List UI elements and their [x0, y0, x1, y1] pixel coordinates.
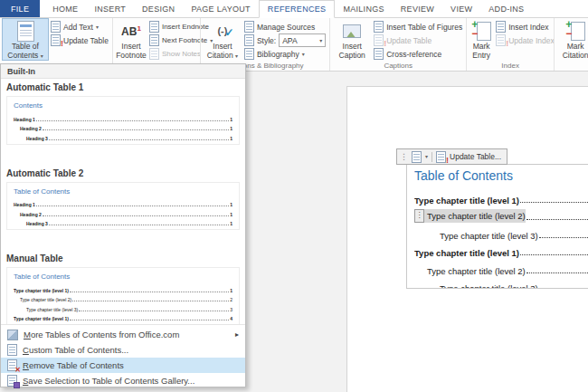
insert-index-button[interactable]: Insert Index	[494, 20, 556, 33]
insert-citation-icon: (-)	[217, 21, 227, 42]
menu-item-label: Save Selection to Table of Contents Gall…	[23, 376, 194, 386]
tab-insert[interactable]: INSERT	[86, 0, 134, 17]
tab-design[interactable]: DESIGN	[134, 0, 183, 17]
toc-row-text: Type chapter title (level 3)	[440, 283, 538, 289]
table-of-contents-icon	[17, 21, 34, 42]
menu-item-save-selection[interactable]: Save Selection to Table of Contents Gall…	[1, 373, 245, 388]
dot-leader	[526, 219, 588, 220]
insert-caption-button[interactable]: Insert Caption	[332, 18, 372, 61]
update-table-button[interactable]: Update Table	[49, 33, 110, 47]
toc-row-level3[interactable]: Type chapter title (level 3)	[414, 223, 588, 241]
tab-review[interactable]: REVIEW	[393, 0, 442, 17]
document-page[interactable]: ⋮ ▾ Update Table... Table of Contents Ty…	[346, 86, 588, 392]
group-label-captions: Captions	[330, 62, 466, 70]
cross-reference-button[interactable]: Cross-reference	[372, 47, 464, 61]
toc-row-level2-selected[interactable]: ⋮ Type chapter title (level 2)	[414, 206, 588, 224]
bibliography-button[interactable]: Bibliography ▾	[242, 47, 327, 61]
remove-toc-icon	[7, 359, 17, 371]
insert-endnote-icon	[149, 21, 159, 33]
menu-item-label: More Tables of Contents from Office.com	[24, 330, 179, 339]
mark-citation-icon	[565, 21, 585, 42]
tab-page-layout[interactable]: PAGE LAYOUT	[183, 0, 258, 17]
preview-heading: Table of Contents	[14, 272, 232, 282]
divider	[432, 152, 432, 162]
show-notes-icon	[149, 48, 159, 60]
toc-row-level1[interactable]: Type chapter title (level 1)	[414, 187, 588, 206]
content-control-doc-icon[interactable]	[412, 151, 422, 163]
mark-citation-button[interactable]: Mark Citation	[556, 18, 588, 61]
gallery-item-manual-table[interactable]: Table of Contents Type chapter title (le…	[6, 267, 240, 324]
tab-mailings[interactable]: MAILINGS	[335, 0, 392, 17]
tab-add-ins[interactable]: ADD-INS	[480, 0, 532, 17]
insert-table-of-figures-icon	[374, 21, 384, 33]
insert-citation-button[interactable]: (-) Insert Citation ▾	[203, 18, 242, 61]
toc-title[interactable]: Table of Contents	[414, 168, 588, 183]
insert-endnote-button[interactable]: Insert Endnote	[147, 20, 200, 33]
save-gallery-icon	[7, 375, 17, 387]
show-notes-button[interactable]: Show Notes	[147, 47, 200, 61]
update-index-icon	[496, 34, 506, 46]
mark-entry-label: Mark Entry	[471, 42, 491, 60]
mark-entry-button[interactable]: Mark Entry	[469, 18, 494, 61]
menu-item-custom-toc[interactable]: Custom Table of Contents...	[1, 342, 245, 358]
drag-dots-icon[interactable]: ⋮	[400, 153, 408, 161]
style-label: Style:	[257, 36, 276, 45]
manage-sources-label: Manage Sources	[257, 23, 315, 32]
toc-row-level3[interactable]: Type chapter title (level 3)	[414, 276, 588, 290]
show-notes-label: Show Notes	[162, 50, 201, 58]
update-table-captions-button[interactable]: Update Table	[372, 33, 464, 47]
insert-index-label: Insert Index	[508, 23, 548, 32]
dot-leader	[520, 254, 588, 255]
tab-view[interactable]: VIEW	[442, 0, 480, 17]
insert-caption-icon	[343, 21, 361, 42]
chevron-down-icon: ▾	[302, 52, 305, 57]
preview-heading: Table of Contents	[14, 187, 232, 196]
content-control-header: ⋮ ▾ Update Table...	[396, 148, 507, 165]
bibliography-label: Bibliography	[257, 50, 299, 59]
update-table-doc-icon	[436, 151, 446, 163]
style-icon	[244, 34, 254, 46]
update-table-icon	[51, 34, 61, 46]
toc-row-text: Type chapter title (level 3)	[440, 231, 538, 241]
toc-row-level2[interactable]: Type chapter title (level 2)	[414, 258, 588, 276]
insert-index-icon	[496, 21, 506, 33]
builtin-header: Built-In	[1, 64, 245, 79]
next-footnote-icon	[149, 34, 159, 46]
chevron-down-icon: ▾	[41, 53, 43, 59]
update-table-document-button[interactable]: Update Table...	[450, 152, 501, 161]
menu-item-more-tables[interactable]: More Tables of Contents from Office.com …	[1, 327, 245, 342]
insert-table-of-figures-button[interactable]: Insert Table of Figures	[372, 20, 464, 33]
preview-row: Heading 31	[14, 131, 232, 141]
preview-row: Type chapter title (level 1)4	[14, 312, 232, 322]
table-of-contents-control[interactable]: Table of Contents Type chapter title (le…	[406, 164, 588, 289]
gallery-item-automatic-table-1[interactable]: Contents Heading 11 Heading 21 Heading 3…	[6, 96, 240, 145]
style-selector: Style: APA ▾	[242, 33, 327, 47]
dot-leader	[539, 237, 588, 238]
custom-toc-icon	[7, 344, 17, 356]
add-text-icon	[51, 21, 61, 33]
chevron-down-icon: ▾	[96, 24, 99, 30]
table-of-contents-dropdown: Built-In Automatic Table 1 Contents Head…	[0, 63, 246, 387]
drag-handle-icon[interactable]: ⋮	[414, 209, 424, 223]
selection-highlight: ⋮ Type chapter title (level 2)	[414, 209, 526, 223]
next-footnote-button[interactable]: Next Footnote ▾	[147, 33, 200, 47]
style-combo[interactable]: APA ▾	[279, 33, 326, 47]
update-index-label: Update Index	[508, 36, 555, 45]
tab-home[interactable]: HOME	[44, 0, 86, 17]
footnote-ab1-icon: AB1	[121, 21, 141, 42]
tab-references[interactable]: REFERENCES	[259, 0, 336, 18]
insert-footnote-button[interactable]: AB1 Insert Footnote	[115, 18, 147, 61]
insert-caption-label: Insert Caption	[335, 42, 369, 60]
group-table-of-authorities-partial: Mark Citation	[554, 17, 588, 71]
update-index-button[interactable]: Update Index	[494, 33, 556, 47]
tab-file[interactable]: FILE	[0, 0, 40, 17]
add-text-button[interactable]: Add Text ▾	[49, 20, 110, 33]
menu-item-remove-toc[interactable]: Remove Table of Contents	[1, 358, 245, 373]
table-of-contents-button[interactable]: Table of Contents ▾	[2, 18, 49, 61]
chevron-down-icon[interactable]: ▾	[425, 154, 428, 159]
toc-row-level1[interactable]: Type chapter title (level 1)	[414, 241, 588, 259]
gallery-item-automatic-table-2[interactable]: Table of Contents Heading 11 Heading 21 …	[6, 182, 240, 231]
toc-row-text: Type chapter title (level 1)	[414, 196, 519, 206]
mark-entry-icon	[471, 21, 491, 42]
manage-sources-button[interactable]: Manage Sources	[242, 20, 327, 33]
